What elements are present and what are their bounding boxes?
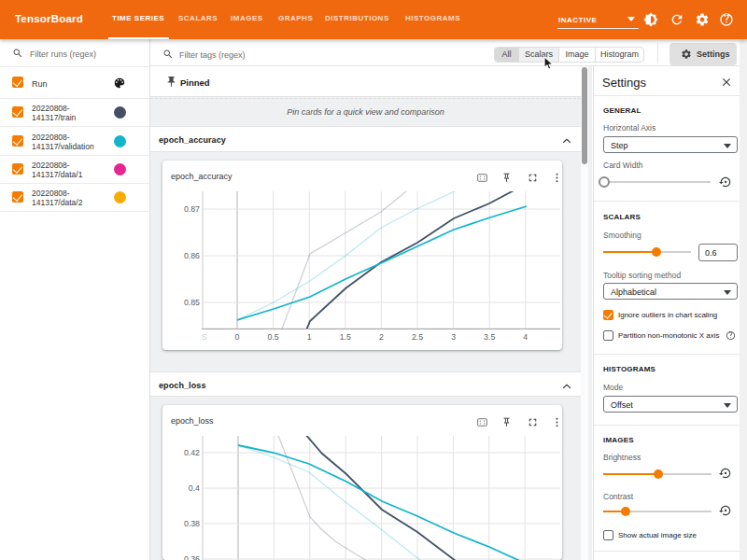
svg-text:S: S — [202, 332, 207, 342]
svg-text:0.5: 0.5 — [267, 332, 278, 342]
svg-text:1.5: 1.5 — [340, 332, 351, 342]
svg-text:3.5: 3.5 — [484, 332, 495, 342]
svg-text:2: 2 — [379, 332, 384, 342]
svg-text:0.38: 0.38 — [184, 519, 200, 528]
svg-text:2.5: 2.5 — [412, 332, 423, 342]
svg-text:4: 4 — [523, 332, 528, 342]
svg-text:0.4: 0.4 — [189, 483, 200, 493]
svg-text:0.85: 0.85 — [184, 298, 200, 307]
svg-text:0: 0 — [235, 332, 240, 342]
svg-text:1: 1 — [307, 332, 312, 342]
svg-text:0.42: 0.42 — [184, 448, 200, 457]
svg-text:0.87: 0.87 — [184, 204, 200, 214]
svg-text:0.36: 0.36 — [184, 554, 200, 560]
svg-text:3: 3 — [451, 332, 456, 342]
svg-text:0.86: 0.86 — [184, 251, 200, 260]
